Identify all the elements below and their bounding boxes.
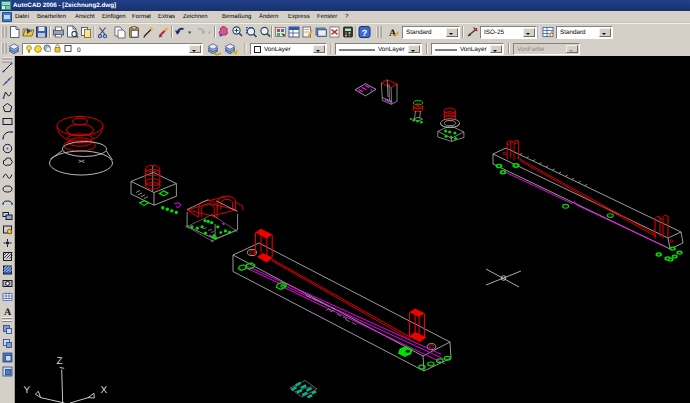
svg-text:A: A <box>4 307 12 318</box>
svg-text:X: X <box>101 385 108 396</box>
svg-text:Y: Y <box>24 385 31 396</box>
svg-text:A: A <box>389 28 397 39</box>
svg-text:Z: Z <box>57 356 63 367</box>
svg-text:?: ? <box>362 28 368 38</box>
svg-text:0: 0 <box>77 47 81 54</box>
